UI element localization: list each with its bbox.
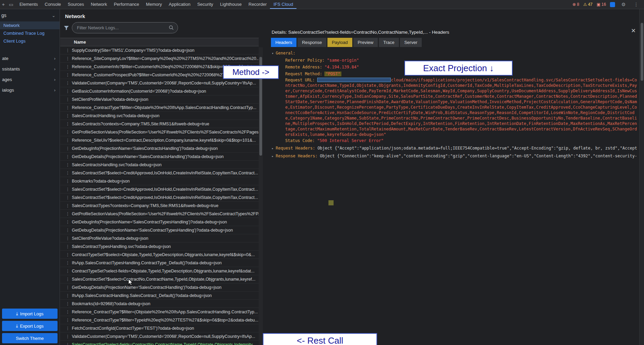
row-kebab-icon[interactable]: ⋮ [65, 220, 70, 224]
collapsed-triangle-icon[interactable]: ▸ [272, 154, 274, 158]
sidebar-button[interactable]: ⤓ Export Logs [2, 321, 58, 331]
sidebar-link[interactable]: Network [0, 21, 60, 29]
devtools-tab[interactable]: Recorder [245, 0, 270, 9]
row-kebab-icon[interactable]: ⋮ [65, 318, 70, 323]
network-log-row[interactable]: ⋮ Bookmarks?odata-debug=json [60, 177, 259, 185]
row-kebab-icon[interactable]: ⋮ [65, 89, 70, 94]
row-kebab-icon[interactable]: ⋮ [65, 179, 70, 184]
network-log-row[interactable]: ⋮ ContractTypeSet?select-fields=Objstate… [60, 267, 259, 275]
row-kebab-icon[interactable]: ⋮ [65, 269, 70, 273]
row-kebab-icon[interactable]: ⋮ [65, 285, 70, 290]
row-kebab-icon[interactable]: ⋮ [65, 171, 70, 175]
network-log-row[interactable]: ⋮ SupplyCountry(Site='TMS1',Company='TMS… [60, 46, 259, 54]
network-log-row[interactable]: ⋮ GetDebugDetails(ProjectionName='SalesC… [60, 153, 259, 161]
sidebar-group[interactable]: ages › [0, 74, 60, 85]
devtools-tab[interactable]: Memory [143, 0, 165, 9]
network-log-row[interactable]: ⋮ SetClientProfileValue?odata-debug=json [60, 234, 259, 242]
network-log-row[interactable]: ⋮ GetDebugDetails(ProjectionName='SalesC… [60, 283, 259, 292]
network-log-row[interactable]: ⋮ SalesContractSet?select-fields=Contrac… [60, 341, 259, 345]
filter-funnel-icon[interactable] [64, 26, 69, 30]
row-kebab-icon[interactable]: ⋮ [65, 97, 70, 102]
network-log-row[interactable]: ⋮ SalesContractSet?$select=ContractNo,Co… [60, 275, 259, 283]
warning-count-badge[interactable]: ⚠47 [583, 2, 593, 7]
sidebar-link[interactable]: Combined Trace Log [0, 29, 60, 37]
network-log-row[interactable]: ⋮ SalesContractSet?$select=CreditApprove… [60, 169, 259, 177]
details-tab[interactable]: Response [297, 38, 326, 47]
sidebar-group[interactable]: ate › [0, 53, 60, 64]
network-log-row[interactable]: ⋮ SalesContractSet?$select=CreditApprove… [60, 185, 259, 193]
row-kebab-icon[interactable]: ⋮ [65, 293, 70, 298]
row-kebab-icon[interactable]: ⋮ [65, 162, 70, 167]
network-log-row[interactable]: ⋮ ValidateCustomer(Company='TMS',Custome… [60, 79, 259, 87]
row-kebab-icon[interactable]: ⋮ [65, 146, 70, 151]
network-log-row[interactable]: ⋮ GetDebugInfo(ProjectionName='SalesCont… [60, 218, 259, 226]
row-kebab-icon[interactable]: ⋮ [65, 154, 70, 159]
row-kebab-icon[interactable]: ⋮ [65, 252, 70, 257]
devtools-tab[interactable]: Lighthouse [216, 0, 245, 9]
row-kebab-icon[interactable]: ⋮ [65, 228, 70, 233]
row-kebab-icon[interactable]: ⋮ [65, 342, 70, 345]
network-log-row[interactable]: ⋮ IfsApp.SalesContractHandling.SalesCont… [60, 292, 259, 300]
details-tab[interactable]: Headers [271, 38, 296, 47]
network-log-row[interactable]: ⋮ GetDebugDetails(ProjectionName='SalesC… [60, 226, 259, 234]
row-kebab-icon[interactable]: ⋮ [65, 138, 70, 143]
sidebar-section-header[interactable]: gs ⌄ [0, 9, 60, 21]
window-scrollbar-thumb[interactable] [641, 23, 643, 81]
request-headers-row[interactable]: ▸Request Headers:Object {"Accept":"appli… [266, 145, 637, 152]
filter-input[interactable] [72, 22, 178, 33]
row-kebab-icon[interactable]: ⋮ [65, 130, 70, 135]
network-log-row[interactable]: ⋮ SalesContracts?contexts=Company:TMS,Si… [60, 120, 259, 128]
sidebar-group[interactable]: ssistants › [0, 64, 60, 74]
inspect-icon[interactable]: ⌖ [0, 0, 7, 9]
network-log-row[interactable]: ⋮ Reference_SiteCompanyLov?$filter=Compa… [60, 54, 259, 63]
row-kebab-icon[interactable]: ⋮ [65, 48, 70, 53]
row-kebab-icon[interactable]: ⋮ [65, 334, 70, 339]
row-kebab-icon[interactable]: ⋮ [65, 310, 70, 314]
sidebar-group[interactable]: ialogs › [0, 85, 60, 95]
device-toolbar-icon[interactable]: ▭ [7, 0, 15, 9]
row-kebab-icon[interactable]: ⋮ [65, 203, 70, 208]
row-kebab-icon[interactable]: ⋮ [65, 244, 70, 249]
issue-count-badge[interactable]: ▣16 [597, 2, 606, 7]
row-kebab-icon[interactable]: ⋮ [65, 195, 70, 200]
network-log-row[interactable]: ⋮ ValidateCustomer(Company='TMS',Custome… [60, 332, 259, 341]
sidebar-button[interactable]: Switch Theme [2, 333, 58, 343]
network-log-row[interactable]: ⋮ Reference_ContractType?$filter=TypeId%… [60, 316, 259, 324]
settings-gear-icon[interactable]: ⚙ [619, 0, 628, 9]
details-tab[interactable]: Payload [327, 38, 352, 47]
network-log-row[interactable]: ⋮ Reference_SiteUiv?$select=Contract,Des… [60, 136, 259, 144]
devtools-tab[interactable]: Sources [64, 0, 87, 9]
devtools-tab[interactable]: Elements [16, 0, 41, 9]
response-headers-row[interactable]: ▸Response Headers:Object {"Connection":"… [266, 153, 637, 160]
window-scrollbar[interactable] [639, 9, 644, 345]
network-log-row[interactable]: ⋮ FetchContractConfigId(ContractType='TE… [60, 324, 259, 332]
devtools-tab[interactable]: Performance [110, 0, 142, 9]
row-kebab-icon[interactable]: ⋮ [65, 105, 70, 110]
sidebar-button[interactable]: ⤓ Import Logs [2, 309, 58, 319]
network-log-row[interactable]: ⋮ Reference_ContractType?$filter=(Objsta… [60, 308, 259, 316]
collapsed-triangle-icon[interactable]: ▸ [272, 146, 274, 150]
network-log-row[interactable]: ⋮ SalesContractTypes?contexts=Company:TM… [60, 202, 259, 210]
row-kebab-icon[interactable]: ⋮ [65, 81, 70, 85]
network-log-row[interactable]: ⋮ SalesContractTypesHandling.svc?odata-d… [60, 242, 259, 251]
row-kebab-icon[interactable]: ⋮ [65, 211, 70, 216]
network-log-row[interactable]: ⋮ GetProfileSectionValues(ProfileSection… [60, 210, 259, 218]
row-kebab-icon[interactable]: ⋮ [65, 64, 70, 69]
network-log-row[interactable]: ⋮ SetClientProfileValue?odata-debug=json [60, 95, 259, 104]
devtools-tab[interactable]: Network [87, 0, 111, 9]
row-kebab-icon[interactable]: ⋮ [65, 187, 70, 192]
row-kebab-icon[interactable]: ⋮ [65, 277, 70, 282]
devtools-tab[interactable]: Application [165, 0, 194, 9]
devtools-tab[interactable]: IFS Cloud [270, 0, 296, 9]
row-kebab-icon[interactable]: ⋮ [65, 236, 70, 241]
network-log-row[interactable]: ⋮ GetProfileSectionValues(ProfileSection… [60, 128, 259, 136]
network-log-row[interactable]: ⋮ SalesContractHandling.svc?odata-debug=… [60, 112, 259, 120]
close-icon[interactable]: ✕ [631, 27, 636, 34]
extension-icon[interactable] [610, 2, 615, 7]
error-count-badge[interactable]: ⊗8 [573, 2, 579, 7]
devtools-tab[interactable]: Console [41, 0, 64, 9]
row-kebab-icon[interactable]: ⋮ [65, 56, 70, 61]
network-log-row[interactable]: ⋮ GetBasicCustomerInformation(CustomerId… [60, 87, 259, 95]
row-kebab-icon[interactable]: ⋮ [65, 326, 70, 331]
row-kebab-icon[interactable]: ⋮ [65, 261, 70, 265]
